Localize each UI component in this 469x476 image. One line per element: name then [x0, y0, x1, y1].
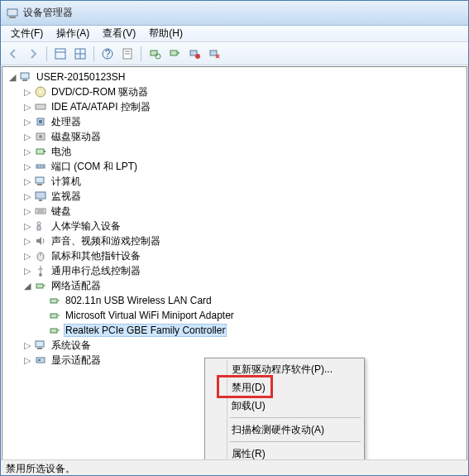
expander-icon[interactable]: ▷ — [21, 355, 33, 366]
menu-help[interactable]: 帮助(H) — [142, 25, 189, 42]
svg-rect-36 — [39, 200, 42, 201]
expander-icon[interactable]: ▷ — [21, 161, 33, 172]
expander-icon[interactable]: ▷ — [21, 221, 33, 232]
tree-node-hid[interactable]: ▷人体学输入设备 — [2, 219, 467, 233]
expander-icon[interactable]: ▷ — [21, 266, 33, 276]
menu-file[interactable]: 文件(F) — [4, 25, 50, 42]
svg-rect-48 — [50, 314, 57, 318]
tree-node-ports[interactable]: ▷端口 (COM 和 LPT) — [2, 159, 467, 174]
tree-label: 通用串行总线控制器 — [50, 263, 142, 279]
tree-label: 磁盘驱动器 — [50, 129, 103, 145]
svg-rect-27 — [36, 149, 44, 154]
toolbar-back-icon[interactable] — [4, 45, 22, 63]
svg-point-31 — [40, 166, 41, 167]
expander-icon[interactable]: ▷ — [21, 206, 33, 217]
svg-point-40 — [37, 222, 41, 225]
tree-root[interactable]: ◢ USER-20150123SH — [2, 70, 467, 84]
svg-point-30 — [37, 166, 39, 167]
toolbar-uninstall-icon[interactable] — [205, 45, 223, 63]
tree-node-usb[interactable]: ▷通用串行总线控制器 — [2, 263, 467, 278]
expander-icon[interactable]: ▷ — [21, 87, 33, 98]
toolbar-forward-icon[interactable] — [24, 45, 42, 63]
ctx-update-driver[interactable]: 更新驱动程序软件(P)... — [207, 360, 362, 378]
svg-point-43 — [39, 273, 42, 276]
tree-label: 系统设备 — [50, 338, 93, 353]
status-text: 禁用所选设备。 — [6, 463, 75, 474]
toolbar-help-icon[interactable]: ? — [98, 45, 117, 63]
tree-node-network-adapter[interactable]: Microsoft Virtual WiFi Miniport Adapter — [2, 308, 467, 323]
expander-icon[interactable]: ▷ — [21, 251, 33, 262]
sound-icon — [33, 234, 48, 248]
tree-label: 电池 — [50, 144, 73, 160]
menu-view[interactable]: 查看(V) — [96, 25, 142, 42]
expander-icon[interactable]: ▷ — [21, 132, 33, 142]
toolbar-view-icon[interactable] — [51, 45, 69, 63]
tree-node-dvd[interactable]: ▷DVD/CD-ROM 驱动器 — [2, 84, 467, 99]
tree-node-disk[interactable]: ▷磁盘驱动器 — [2, 129, 467, 144]
svg-rect-37 — [36, 209, 45, 214]
toolbar-properties-icon[interactable] — [118, 45, 136, 63]
context-menu: 更新驱动程序软件(P)... 禁用(D) 卸载(U) 扫描检测硬件改动(A) 属… — [204, 358, 365, 465]
computer-icon — [18, 70, 33, 84]
svg-rect-55 — [38, 359, 41, 361]
ctx-scan[interactable]: 扫描检测硬件改动(A) — [207, 421, 362, 439]
ctx-label: 禁用(D) — [232, 381, 266, 395]
expander-icon[interactable]: ◢ — [21, 281, 33, 291]
toolbar-update-icon[interactable] — [165, 45, 184, 63]
svg-rect-24 — [39, 120, 42, 123]
window-title: 设备管理器 — [23, 6, 73, 20]
expander-icon[interactable]: ▷ — [21, 117, 33, 127]
expander-icon[interactable]: ▷ — [21, 236, 33, 247]
battery-icon — [33, 145, 48, 158]
tree-node-mouse[interactable]: ▷鼠标和其他指针设备 — [2, 248, 467, 263]
toolbar-disable-icon[interactable] — [185, 45, 203, 63]
svg-point-26 — [39, 135, 42, 138]
tree-node-network-adapter-selected[interactable]: Realtek PCIe GBE Family Controller — [2, 323, 467, 338]
network-adapter-icon — [47, 324, 62, 337]
toolbar: ? — [1, 42, 468, 65]
status-bar: 禁用所选设备。 — [1, 459, 468, 475]
tree-label: 计算机 — [50, 174, 83, 190]
tree-label: 端口 (COM 和 LPT) — [50, 159, 139, 175]
svg-rect-46 — [50, 299, 57, 303]
expander-icon[interactable]: ▷ — [21, 176, 33, 187]
tree-node-ide[interactable]: ▷IDE ATA/ATAPI 控制器 — [2, 99, 467, 114]
expander-icon[interactable]: ▷ — [21, 340, 33, 351]
keyboard-icon — [33, 204, 48, 218]
tree-label: 网络适配器 — [50, 278, 103, 294]
ctx-uninstall[interactable]: 卸载(U) — [207, 397, 362, 415]
ctx-separator — [230, 441, 361, 442]
tree-node-system[interactable]: ▷系统设备 — [2, 338, 467, 353]
tree-node-battery[interactable]: ▷电池 — [2, 144, 467, 159]
toolbar-detail-icon[interactable] — [71, 45, 89, 63]
ctx-disable[interactable]: 禁用(D) — [207, 378, 362, 397]
svg-point-16 — [195, 54, 200, 59]
toolbar-scan-icon[interactable] — [146, 45, 164, 63]
usb-icon — [33, 264, 48, 277]
tree-node-computer[interactable]: ▷计算机 — [2, 174, 467, 189]
ctx-label: 属性(R) — [232, 447, 266, 461]
expander-icon[interactable]: ▷ — [21, 191, 33, 202]
tree-label: 处理器 — [50, 114, 83, 130]
tree-node-sound[interactable]: ▷声音、视频和游戏控制器 — [2, 233, 467, 248]
tree-node-network-adapter[interactable]: 802.11n USB Wireless LAN Card — [2, 293, 467, 308]
menu-action[interactable]: 操作(A) — [50, 25, 96, 42]
svg-rect-33 — [36, 177, 44, 183]
disk-icon — [33, 130, 48, 143]
expander-icon[interactable]: ◢ — [6, 72, 18, 83]
tree-label: USER-20150123SH — [35, 70, 127, 84]
tree-node-monitor[interactable]: ▷监视器 — [2, 189, 467, 204]
tree-node-keyboard[interactable]: ▷键盘 — [2, 204, 467, 219]
expander-icon[interactable]: ▷ — [21, 102, 33, 113]
ctx-separator — [230, 417, 361, 418]
svg-rect-14 — [170, 50, 177, 55]
tree-node-cpu[interactable]: ▷处理器 — [2, 114, 467, 129]
svg-rect-0 — [7, 9, 17, 16]
tree-label: 802.11n USB Wireless LAN Card — [64, 294, 213, 307]
tree-node-network[interactable]: ◢网络适配器 — [2, 278, 467, 293]
toolbar-separator — [93, 46, 94, 61]
expander-icon[interactable]: ▷ — [21, 147, 33, 157]
hid-icon — [33, 219, 48, 233]
toolbar-separator — [141, 46, 141, 61]
disc-icon — [33, 85, 48, 99]
